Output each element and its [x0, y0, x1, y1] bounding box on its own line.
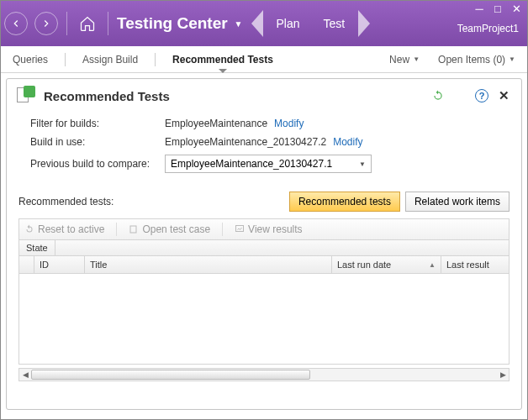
scroll-left-icon[interactable]	[251, 10, 263, 37]
help-icon: ?	[475, 89, 488, 102]
open-test-case-button[interactable]: Open test case	[129, 223, 210, 235]
menu-new[interactable]: New ▼	[389, 54, 420, 66]
panel-close-button[interactable]: ✕	[496, 88, 511, 103]
horizontal-scrollbar[interactable]: ◀ ▶	[18, 368, 510, 381]
tab-recommended-tests[interactable]: Recommended Tests	[172, 47, 273, 72]
related-work-items-button[interactable]: Related work items	[405, 192, 510, 212]
maximize-button[interactable]: □	[492, 3, 504, 15]
home-button[interactable]	[76, 12, 99, 35]
column-last-run-label: Last run date	[337, 260, 391, 270]
tab-divider	[65, 53, 66, 66]
filter-for-builds-label: Filter for builds:	[30, 118, 165, 129]
scrollbar-thumb[interactable]	[31, 370, 310, 380]
modify-filter-link[interactable]: Modify	[274, 118, 304, 129]
view-results-button[interactable]: View results	[235, 223, 302, 235]
grid-header: ID Title Last run date ▲ Last result	[18, 256, 510, 274]
scroll-left-arrow[interactable]: ◀	[19, 370, 31, 379]
recommended-tests-icon	[17, 86, 37, 106]
nav-forward-button[interactable]	[34, 12, 58, 35]
reset-label: Reset to active	[38, 223, 104, 235]
tab-assign-build[interactable]: Assign Build	[82, 47, 138, 72]
grid-body	[18, 274, 510, 365]
column-id[interactable]: ID	[34, 256, 85, 273]
subtab-bar: Queries Assign Build Recommended Tests N…	[1, 46, 527, 73]
grid-toolbar: Reset to active Open test case View resu…	[18, 218, 510, 239]
section-row: Recommended tests: Recommended tests Rel…	[7, 192, 521, 218]
toolbar-separator	[222, 223, 223, 236]
recommended-tests-panel: Recommended Tests ? ✕ Filter for builds:…	[6, 78, 522, 410]
nav-back-button[interactable]	[4, 12, 28, 35]
menu-new-label: New	[389, 54, 409, 66]
minimize-button[interactable]: ─	[473, 3, 485, 15]
chevron-down-icon: ▼	[413, 55, 420, 63]
titlebar-divider	[66, 12, 67, 35]
sort-ascending-icon: ▲	[429, 261, 436, 269]
column-last-result[interactable]: Last result	[441, 256, 509, 273]
titlebar: ─ □ ✕ Testing Center ▼ Plan Test TeamPro…	[1, 1, 527, 46]
scroll-right-arrow[interactable]: ▶	[497, 370, 509, 379]
menu-open-items[interactable]: Open Items (0) ▼	[438, 54, 515, 66]
panel-title: Recommended Tests	[44, 89, 170, 103]
tab-divider	[155, 53, 156, 66]
scrollbar-track[interactable]	[31, 369, 497, 381]
column-last-run-date[interactable]: Last run date ▲	[332, 256, 441, 273]
chevron-down-icon: ▼	[359, 160, 366, 168]
column-title[interactable]: Title	[85, 256, 332, 273]
svg-rect-1	[236, 226, 244, 232]
state-group-cell[interactable]: State	[19, 240, 55, 255]
recommended-tests-label: Recommended tests:	[18, 196, 114, 207]
build-in-use-label: Build in use:	[30, 136, 165, 148]
previous-build-label: Previous build to compare:	[30, 158, 165, 170]
open-test-case-label: Open test case	[142, 223, 210, 235]
filter-area: Filter for builds: EmployeeMaintenance M…	[7, 113, 521, 192]
tab-test[interactable]: Test	[324, 17, 346, 30]
view-results-label: View results	[248, 223, 302, 235]
window-controls: ─ □ ✕	[473, 3, 522, 15]
scroll-right-icon[interactable]	[358, 10, 370, 37]
previous-build-select[interactable]: EmployeeMaintenance_20130427.1 ▼	[165, 155, 372, 173]
recommended-tests-button[interactable]: Recommended tests	[289, 192, 400, 212]
titlebar-divider	[108, 12, 108, 35]
svg-rect-0	[130, 226, 136, 233]
filter-for-builds-value: EmployeeMaintenance	[165, 118, 267, 129]
toolbar-separator	[116, 223, 117, 236]
reset-to-active-button[interactable]: Reset to active	[24, 223, 104, 235]
help-button[interactable]: ?	[474, 88, 489, 103]
panel-header: Recommended Tests ? ✕	[7, 79, 521, 113]
build-in-use-value: EmployeeMaintenance_20130427.2	[165, 136, 326, 148]
window-close-button[interactable]: ✕	[510, 3, 522, 15]
refresh-button[interactable]	[430, 88, 446, 103]
tab-queries[interactable]: Queries	[13, 47, 48, 72]
chevron-down-icon: ▼	[509, 55, 515, 63]
state-group-row: State	[18, 239, 510, 256]
app-title[interactable]: Testing Center	[117, 14, 228, 33]
column-handle[interactable]	[19, 256, 34, 273]
tab-plan[interactable]: Plan	[277, 17, 300, 30]
previous-build-value: EmployeeMaintenance_20130427.1	[171, 158, 332, 170]
modify-build-link[interactable]: Modify	[333, 136, 362, 148]
app-title-dropdown-icon[interactable]: ▼	[235, 19, 243, 29]
team-project-label[interactable]: TeamProject1	[457, 23, 519, 34]
menu-open-items-label: Open Items (0)	[438, 54, 505, 66]
